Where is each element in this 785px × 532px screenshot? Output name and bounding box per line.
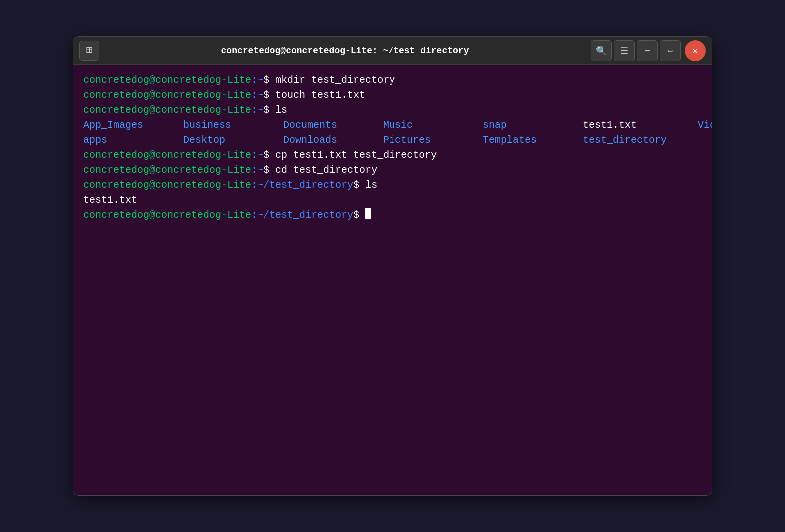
prompt-symbol: $ [263,88,275,103]
menu-icon: ☰ [620,45,628,56]
command-text: touch test1.txt [275,88,365,103]
command-text: cd test_directory [275,163,377,178]
new-tab-button[interactable]: ⊞ [79,41,99,61]
titlebar-center: concretedog@concretedog-Lite: ~/test_dir… [103,46,587,56]
titlebar-controls: 🔍 ☰ — ▭ ✕ [591,40,706,61]
prompt-user: concretedog@concretedog-Lite [83,103,251,118]
terminal-output-line: test1.txt [83,193,702,208]
terminal-line: concretedog@concretedog-Lite:~/test_dire… [83,178,702,193]
prompt-path: :~ [251,88,263,103]
terminal-line: concretedog@concretedog-Lite:~$ cp test1… [83,148,702,163]
prompt-path: :~ [251,73,263,88]
prompt-symbol: $ [353,178,365,193]
ls-item: Templates [483,133,583,148]
search-icon: 🔍 [596,45,607,56]
maximize-button[interactable]: ▭ [660,40,681,61]
ls-item: Documents [283,118,383,133]
new-tab-icon: ⊞ [86,45,92,56]
terminal-window: ⊞ concretedog@concretedog-Lite: ~/test_d… [73,36,712,496]
terminal-line: concretedog@concretedog-Lite:~$ cd test_… [83,163,702,178]
prompt-symbol: $ [353,208,359,223]
prompt-path: :~ [251,163,263,178]
close-button[interactable]: ✕ [685,40,706,61]
output-text: test1.txt [83,193,137,208]
ls-item: apps [83,133,183,148]
terminal-prompt-line: concretedog@concretedog-Lite:~/test_dire… [83,208,702,223]
ls-item: Desktop [183,133,283,148]
window-title: concretedog@concretedog-Lite: ~/test_dir… [221,46,469,56]
ls-item: business [183,118,283,133]
prompt-path: :~ [251,148,263,163]
command-text: mkdir test_directory [275,73,395,88]
cursor-space [359,208,365,223]
maximize-icon: ▭ [668,46,672,55]
ls-item: snap [483,118,583,133]
ls-item: Pictures [383,133,483,148]
ls-item: Videos [698,118,712,133]
terminal-line: concretedog@concretedog-Lite:~$ touch te… [83,88,702,103]
prompt-path: :~ [251,103,263,118]
ls-item: test_directory [583,133,698,148]
terminal-line: concretedog@concretedog-Lite:~$ mkdir te… [83,73,702,88]
minimize-icon: — [645,46,650,55]
prompt-user: concretedog@concretedog-Lite [83,178,251,193]
ls-output-row1: App_Images business Documents Music snap… [83,118,702,133]
terminal-line: concretedog@concretedog-Lite:~$ ls [83,103,702,118]
command-text: cp test1.txt test_directory [275,148,437,163]
prompt-symbol: $ [263,163,275,178]
prompt-user: concretedog@concretedog-Lite [83,148,251,163]
close-icon: ✕ [693,45,698,56]
ls-output-row2: apps Desktop Downloads Pictures Template… [83,133,702,148]
ls-item: App_Images [83,118,183,133]
command-text: ls [275,103,287,118]
ls-item: test1.txt [583,118,698,133]
prompt-symbol: $ [263,148,275,163]
titlebar-left: ⊞ [79,41,99,61]
ls-item: Music [383,118,483,133]
prompt-symbol: $ [263,103,275,118]
terminal-body[interactable]: concretedog@concretedog-Lite:~$ mkdir te… [73,65,712,495]
ls-item: Downloads [283,133,383,148]
prompt-user: concretedog@concretedog-Lite [83,163,251,178]
command-text: ls [365,178,377,193]
minimize-button[interactable]: — [637,40,658,61]
prompt-user: concretedog@concretedog-Lite [83,88,251,103]
titlebar: ⊞ concretedog@concretedog-Lite: ~/test_d… [73,37,712,65]
cursor [365,208,371,219]
search-button[interactable]: 🔍 [591,40,612,61]
prompt-symbol: $ [263,73,275,88]
prompt-path: :~/test_directory [251,208,353,223]
prompt-path: :~/test_directory [251,178,353,193]
prompt-user: concretedog@concretedog-Lite [83,208,251,223]
prompt-user: concretedog@concretedog-Lite [83,73,251,88]
menu-button[interactable]: ☰ [614,40,635,61]
